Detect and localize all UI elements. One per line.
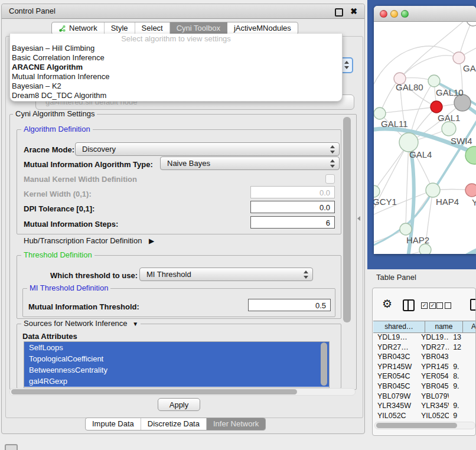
data-attribute-item[interactable]: BetweennessCentrality — [24, 364, 329, 376]
attributes-list-scrollbar[interactable] — [321, 343, 327, 386]
partial-toolbar-icon[interactable] — [470, 299, 476, 311]
mi-threshold-label: Mutual Information Threshold: — [28, 302, 139, 311]
table-hscroll-thumb[interactable] — [376, 423, 457, 428]
dropdown-placeholder: Select algorithm to view settings — [10, 34, 342, 44]
mi-threshold-field[interactable]: 0.5 — [248, 299, 331, 311]
network-canvas[interactable]: GALGAL80GAL10GAL1GAL11SWI4GAL4GCY1HAP4YH… — [374, 22, 476, 254]
network-window: GALGAL80GAL10GAL1GAL11SWI4GAL4GCY1HAP4YH… — [374, 6, 476, 254]
tab-infer-network[interactable]: Infer Network — [207, 418, 265, 430]
table-cell: YIL052C — [373, 411, 417, 421]
table-row[interactable]: YBR045CYBR045C9. — [373, 381, 476, 392]
tab-jactivemnodules[interactable]: jActiveMNodules — [227, 22, 298, 34]
float-window-icon[interactable] — [335, 8, 343, 17]
bottom-tabbar: Impute Data Discretize Data Infer Networ… — [85, 418, 266, 431]
data-attribute-item[interactable]: TopologicalCoefficient — [24, 353, 329, 364]
table-cell: YBR043C — [417, 352, 449, 362]
table-cell: 9 — [449, 411, 476, 421]
which-threshold-combobox[interactable]: MI Threshold — [139, 268, 313, 281]
algorithm-option[interactable]: Bayesian – Hill Climbing — [10, 44, 342, 53]
table-row[interactable]: YLR345WYLR345W9. — [373, 401, 476, 411]
network-window-titlebar[interactable] — [374, 6, 476, 22]
algorithm-option[interactable]: Basic Correlation Inference — [10, 53, 342, 63]
network-node[interactable] — [467, 22, 476, 26]
table-header-cell[interactable]: shared… — [373, 321, 425, 332]
table-row[interactable]: YER054CYER054C8. — [373, 371, 476, 381]
settings-vertical-scrollbar[interactable] — [343, 117, 351, 322]
table-row[interactable]: YIL052CYIL052C9 — [373, 411, 476, 421]
algorithm-option[interactable]: Dream8 DC_TDC Algorithm — [10, 91, 342, 100]
aracne-mode-combobox[interactable]: Discovery — [75, 142, 340, 156]
tab-select[interactable]: Select — [135, 22, 170, 34]
network-edge — [380, 107, 436, 113]
network-node-gal[interactable] — [453, 52, 465, 64]
maximize-traffic-light-icon[interactable] — [401, 10, 409, 18]
node-label: Y — [472, 197, 476, 207]
network-node-gcy1[interactable] — [374, 185, 380, 197]
algorithm-option[interactable]: Bayesian – K2 — [10, 81, 342, 91]
network-node-hap4[interactable] — [426, 183, 440, 197]
table-header-cell[interactable]: name — [425, 321, 463, 332]
tab-style[interactable]: Style — [105, 22, 135, 34]
tab-cyni-toolbox[interactable]: Cyni Toolbox — [170, 22, 227, 34]
network-edge — [400, 22, 468, 79]
mi-steps-label: Mutual Information Steps: — [24, 220, 118, 229]
network-node-gal1[interactable] — [431, 101, 442, 113]
node-label: GAL80 — [396, 82, 423, 92]
table-cell: YDL19… — [373, 332, 417, 343]
network-node[interactable] — [419, 244, 431, 254]
mi-type-combobox[interactable]: Naive Bayes — [160, 156, 340, 170]
algorithm-option[interactable]: ARACNE Algorithm — [10, 63, 342, 72]
splitpane-collapse-icon[interactable] — [355, 216, 360, 221]
table-row[interactable]: YDR27…YDR27…12 — [373, 343, 476, 353]
network-tab-icon — [58, 25, 66, 32]
node-label: SWI4 — [451, 136, 472, 146]
table-row[interactable]: YBR043CYBR043C — [373, 352, 476, 362]
mi-steps-field[interactable]: 6 — [250, 216, 335, 229]
node-label: GAL — [463, 63, 476, 73]
network-node-gal10[interactable] — [428, 75, 440, 87]
table-cell — [449, 352, 476, 362]
settings-hscroll-thumb[interactable] — [11, 389, 297, 394]
dpi-tolerance-label: DPI Tolerance [0,1]: — [24, 204, 94, 213]
table-row[interactable]: YBL079WYBL079W — [373, 392, 476, 402]
gear-icon[interactable]: ⚙ — [382, 298, 392, 309]
network-node-hap2[interactable] — [400, 223, 412, 235]
table-cell: YBR045C — [373, 381, 417, 392]
deselect-all-checkboxes-icon[interactable] — [436, 302, 451, 309]
data-attribute-item[interactable]: SelfLoops — [24, 342, 329, 353]
table-cell: YPR145W — [373, 362, 417, 372]
table-cell: YER054C — [373, 371, 417, 381]
data-attributes-label: Data Attributes — [22, 332, 77, 341]
tab-discretize-data[interactable]: Discretize Data — [141, 418, 207, 430]
select-all-checkboxes-icon[interactable]: ✓✓ — [421, 302, 436, 309]
network-node-y[interactable] — [465, 184, 476, 197]
hub-definition-toggle[interactable]: Hub/Transcription Factor Definition ▶ — [24, 236, 154, 245]
tab-network[interactable]: Network — [52, 22, 105, 34]
table-cell: 9. — [449, 381, 476, 392]
network-node-swi4[interactable] — [442, 122, 456, 136]
combo-arrows-icon — [330, 145, 335, 154]
close-icon[interactable]: ✖ — [350, 5, 357, 17]
network-node-gal11[interactable] — [374, 107, 386, 119]
sources-group-label[interactable]: Sources for Network Inference ▼ — [21, 319, 141, 328]
columns-icon[interactable] — [403, 299, 415, 311]
tab-impute-data[interactable]: Impute Data — [86, 418, 141, 430]
algorithm-option[interactable]: Mutual Information Inference — [10, 72, 342, 81]
table-row[interactable]: YDL19…YDL19…13 — [373, 332, 476, 343]
data-attribute-item[interactable]: gal4RGexp — [24, 376, 329, 387]
table-cell: 13 — [449, 332, 476, 343]
node-label: GAL11 — [381, 119, 408, 129]
dpi-tolerance-field[interactable]: 0.0 — [250, 201, 335, 213]
table-panel: ⚙ ✓✓ shared…nameA YDL19…YDL19…13YDR27…YD… — [372, 288, 476, 436]
table-header-cell[interactable]: A — [463, 321, 476, 332]
minimize-traffic-light-icon[interactable] — [390, 10, 398, 18]
node-label: HAP4 — [436, 197, 459, 207]
kernel-width-field[interactable]: 0.0 — [250, 186, 335, 198]
close-traffic-light-icon[interactable] — [380, 10, 387, 18]
kernel-width-label: Kernel Width (0,1): — [24, 190, 92, 198]
apply-button[interactable]: Apply — [158, 398, 200, 411]
table-row[interactable]: YPR145WYPR145W9. — [373, 362, 476, 372]
network-edge — [374, 250, 425, 254]
bottom-left-partial-button[interactable] — [5, 444, 18, 450]
manual-kernel-checkbox[interactable] — [325, 174, 335, 184]
